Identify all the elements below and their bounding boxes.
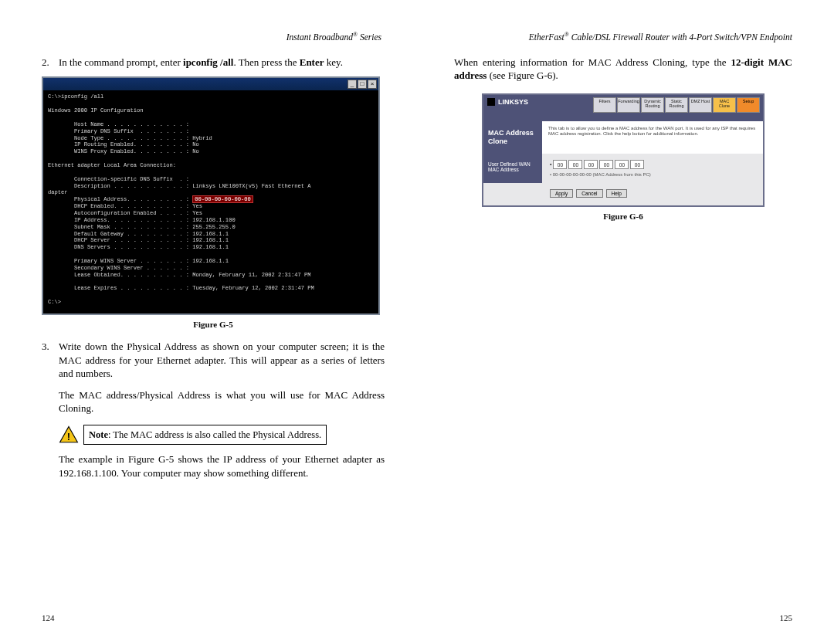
step-2-number: 2. (42, 56, 59, 69)
mac-address-inputs: • 00 00 00 00 00 00 (550, 160, 755, 169)
note-box: Note: The MAC address is also called the… (83, 425, 327, 445)
tab-dynamic-routing[interactable]: Dynamic Routing (641, 97, 664, 113)
help-button[interactable]: Help (606, 189, 627, 198)
linksys-logo: LINKSYS (486, 97, 528, 107)
router-side-title: MAC Address Clone (483, 121, 542, 154)
mac-field-0[interactable]: 00 (553, 160, 567, 169)
router-mid: MAC Address Clone This tab is to allow y… (483, 121, 763, 154)
mac-field-3[interactable]: 00 (599, 160, 613, 169)
step-3: 3. Write down the Physical Address as sh… (42, 340, 385, 381)
page-number-right: 125 (780, 613, 793, 622)
tab-setup[interactable]: Setup (737, 97, 760, 113)
minimize-icon[interactable]: _ (348, 80, 357, 89)
page-left: Instant Broadband® Series 2. In the comm… (0, 0, 417, 644)
router-buttons: Apply Cancel Help (483, 183, 763, 205)
mac-field-4[interactable]: 00 (615, 160, 629, 169)
physical-address-highlight: 00-00-00-00-00-00 (192, 195, 253, 203)
router-tabs: Filters Forwarding Dynamic Routing Stati… (593, 97, 760, 113)
router-form-side-label: User Defined WAN MAC Address (483, 154, 542, 183)
header-text: Instant Broadband (286, 32, 353, 42)
header-left: Instant Broadband® Series (42, 31, 385, 42)
intro-paragraph: When entering information for MAC Addres… (454, 56, 792, 83)
step-2: 2. In the command prompt, enter ipconfig… (42, 56, 385, 69)
figure-g5-caption: Figure G-5 (42, 320, 385, 329)
header-right: EtherFast® Cable/DSL Firewall Router wit… (454, 31, 792, 42)
step-3-number: 3. (42, 340, 59, 381)
router-form-row: User Defined WAN MAC Address • 00 00 00 … (483, 154, 763, 183)
paragraph-mac-cloning: The MAC address/Physical Address is what… (59, 388, 385, 415)
mac-from-pc-label: • 00-00-00-00-00-00 (MAC Address from th… (550, 172, 755, 177)
maximize-icon[interactable]: □ (358, 80, 367, 89)
svg-rect-2 (487, 98, 495, 106)
step-2-body: In the command prompt, enter ipconfig /a… (59, 56, 385, 69)
svg-text:!: ! (67, 430, 70, 442)
cancel-button[interactable]: Cancel (576, 189, 602, 198)
tab-static-routing[interactable]: Static Routing (665, 97, 688, 113)
mac-field-1[interactable]: 00 (568, 160, 582, 169)
router-help-text: This tab is to allow you to define a MAC… (542, 121, 763, 154)
paragraph-example: The example in Figure G-5 shows the IP a… (59, 452, 385, 480)
tab-mac-clone[interactable]: MAC Clone (713, 97, 736, 113)
tab-filters[interactable]: Filters (593, 97, 616, 113)
page-number-left: 124 (42, 613, 55, 622)
header-text-2: Series (358, 32, 381, 42)
mac-field-2[interactable]: 00 (584, 160, 598, 169)
figure-g6-caption: Figure G-6 (454, 212, 792, 221)
header-right-text: EtherFast (529, 32, 564, 42)
command-prompt-body: C:\>ipconfig /all Windows 2000 IP Config… (43, 90, 378, 314)
router-ui-figure: LINKSYS Filters Forwarding Dynamic Routi… (482, 93, 764, 207)
close-icon[interactable]: × (368, 80, 377, 89)
mac-field-5[interactable]: 00 (630, 160, 644, 169)
router-form-body: • 00 00 00 00 00 00 • 00-00-00-00-00-00 … (542, 154, 763, 183)
command-prompt-window: _ □ × C:\>ipconfig /all Windows 2000 IP … (42, 76, 380, 315)
tab-dmz-host[interactable]: DMZ Host (689, 97, 712, 113)
step-3-body: Write down the Physical Address as shown… (59, 340, 385, 381)
router-header: LINKSYS Filters Forwarding Dynamic Routi… (483, 95, 763, 121)
apply-button[interactable]: Apply (550, 189, 573, 198)
header-right-text-2: Cable/DSL Firewall Router with 4-Port Sw… (569, 32, 792, 42)
window-titlebar: _ □ × (43, 78, 378, 90)
warning-icon: ! (59, 425, 79, 445)
tab-forwarding[interactable]: Forwarding (617, 97, 640, 113)
note-row: ! Note: The MAC address is also called t… (59, 425, 385, 445)
page-right: EtherFast® Cable/DSL Firewall Router wit… (417, 0, 834, 644)
